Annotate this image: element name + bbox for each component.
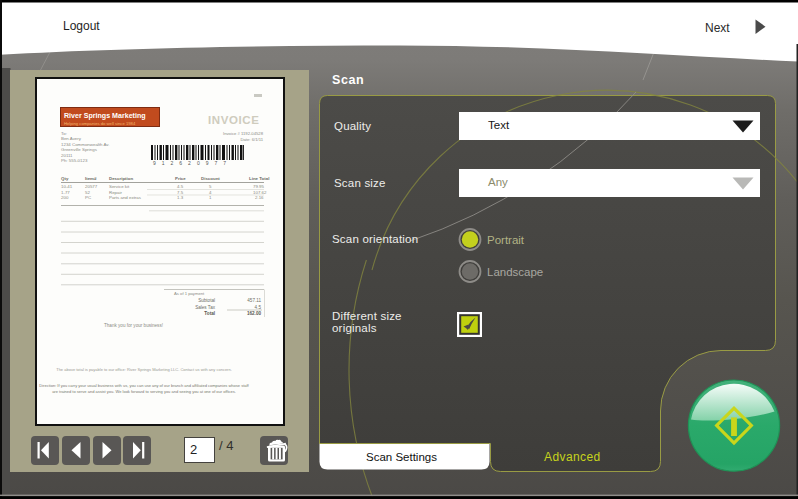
svg-text:INVOICE: INVOICE bbox=[208, 114, 260, 126]
svg-text:Greenville Springs: Greenville Springs bbox=[61, 147, 98, 152]
svg-text:Discount: Discount bbox=[201, 176, 220, 181]
svg-text:Item#: Item# bbox=[85, 176, 97, 181]
svg-text:Service kit: Service kit bbox=[109, 184, 130, 189]
svg-text:are trained to serve and assis: are trained to serve and assist you. We … bbox=[52, 389, 236, 394]
svg-text:Ben Avery: Ben Avery bbox=[61, 136, 82, 141]
svg-text:Thank you for your business!: Thank you for your business! bbox=[104, 323, 163, 328]
svg-text:1: 1 bbox=[209, 195, 212, 200]
svg-text:162.00: 162.00 bbox=[247, 311, 261, 316]
svg-text:1234 Commonwealth Av.: 1234 Commonwealth Av. bbox=[61, 142, 109, 147]
svg-text:2.16: 2.16 bbox=[255, 195, 264, 200]
svg-text:Parts and extras: Parts and extras bbox=[109, 195, 142, 200]
svg-text:To:: To: bbox=[61, 131, 67, 136]
svg-text:Date: 6/1/11: Date: 6/1/11 bbox=[240, 137, 263, 142]
svg-text:PC: PC bbox=[85, 195, 91, 200]
svg-text:Line Total: Line Total bbox=[249, 176, 269, 181]
svg-text:River Springs Marketing: River Springs Marketing bbox=[64, 112, 146, 120]
svg-text:Price: Price bbox=[175, 176, 186, 181]
svg-text:Direction: If you carry your u: Direction: If you carry your usual busin… bbox=[39, 383, 249, 388]
svg-text:Ph: 555-0123: Ph: 555-0123 bbox=[61, 158, 88, 163]
svg-text:20111: 20111 bbox=[61, 153, 73, 158]
svg-text:Invoice # 1192-04528: Invoice # 1192-04528 bbox=[223, 131, 264, 136]
svg-text:79.95: 79.95 bbox=[253, 184, 265, 189]
svg-text:4: 4 bbox=[209, 190, 212, 195]
svg-text:7.5: 7.5 bbox=[177, 190, 184, 195]
svg-text:Total: Total bbox=[204, 311, 215, 316]
svg-text:52: 52 bbox=[85, 190, 90, 195]
svg-text:10-41: 10-41 bbox=[61, 184, 73, 189]
svg-text:107.62: 107.62 bbox=[253, 190, 267, 195]
svg-text:Description: Description bbox=[109, 176, 133, 181]
svg-text:Qty: Qty bbox=[61, 176, 69, 181]
svg-text:200: 200 bbox=[61, 195, 69, 200]
svg-text:Repair: Repair bbox=[109, 190, 122, 195]
svg-text:457.11: 457.11 bbox=[247, 298, 261, 303]
svg-text:5: 5 bbox=[209, 184, 212, 189]
svg-text:4.5: 4.5 bbox=[255, 305, 262, 310]
svg-text:912620977: 912620977 bbox=[153, 160, 232, 166]
svg-text:Sales Tax: Sales Tax bbox=[195, 305, 216, 310]
svg-text:Subtotal: Subtotal bbox=[198, 298, 215, 303]
svg-text:1-77: 1-77 bbox=[61, 190, 70, 195]
svg-text:The above total is payable to: The above total is payable to our office… bbox=[56, 367, 232, 372]
svg-text:20577: 20577 bbox=[85, 184, 98, 189]
svg-text:As of 1 payment: As of 1 payment bbox=[174, 291, 205, 296]
svg-text:1.3: 1.3 bbox=[177, 195, 184, 200]
svg-text:Helping companies do well sinc: Helping companies do well since 1984 bbox=[64, 121, 136, 126]
svg-text:4.5: 4.5 bbox=[177, 184, 184, 189]
